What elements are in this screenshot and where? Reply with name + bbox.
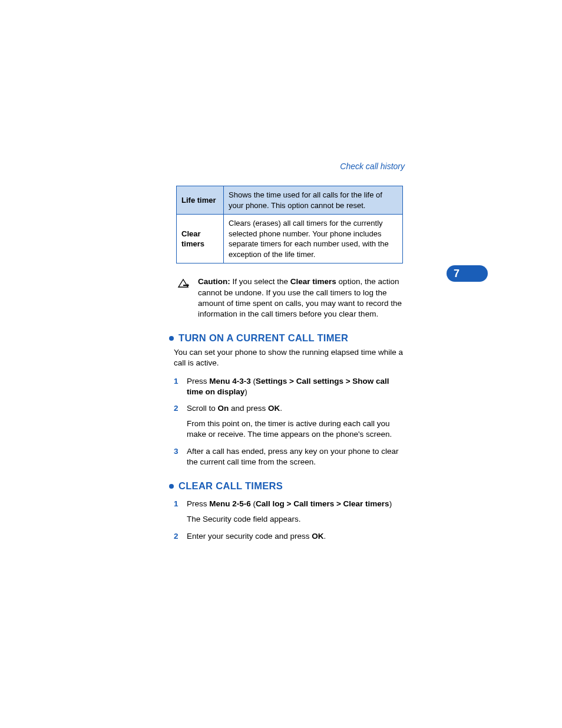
table-cell-label: Clear timers [177,215,224,263]
bullet-icon [169,484,174,489]
steps-list: Press Menu 4-3-3 (Settings > Call settin… [174,376,406,468]
step-item: Press Menu 2-5-6 (Call log > Call timers… [187,499,406,525]
section-heading: TURN ON A CURRENT CALL TIMER [169,332,406,344]
caution-text: Caution: If you select the Clear timers … [198,276,406,319]
step-item: Scroll to On and press OK. From this poi… [187,403,406,440]
section-heading: CLEAR CALL TIMERS [169,480,406,492]
page-content: Check call history 7 Life timer Shows th… [174,165,406,548]
table-row: Clear timers Clears (erases) all call ti… [177,215,403,263]
step-sub: From this point on, the timer is active … [187,419,406,440]
caution-block: Caution: If you select the Clear timers … [174,276,406,319]
caution-icon [177,278,190,319]
heading-text: TURN ON A CURRENT CALL TIMER [178,332,348,344]
section-intro: You can set your phone to show the runni… [174,347,406,368]
step-sub: The Security code field appears. [187,514,406,525]
table-cell-desc: Shows the time used for all calls for th… [224,186,403,215]
heading-text: CLEAR CALL TIMERS [178,480,283,492]
running-header: Check call history [340,162,405,171]
step-item: Press Menu 4-3-3 (Settings > Call settin… [187,376,406,397]
timer-table: Life timer Shows the time used for all c… [176,186,403,263]
table-cell-desc: Clears (erases) all call timers for the … [224,215,403,263]
steps-list: Press Menu 2-5-6 (Call log > Call timers… [174,499,406,542]
chapter-tab: 7 [447,265,488,282]
step-item: After a call has ended, press any key on… [187,446,406,467]
bullet-icon [169,336,174,341]
caution-label: Caution: [198,277,230,286]
table-cell-label: Life timer [177,186,224,215]
table-row: Life timer Shows the time used for all c… [177,186,403,215]
step-item: Enter your security code and press OK. [187,531,406,542]
